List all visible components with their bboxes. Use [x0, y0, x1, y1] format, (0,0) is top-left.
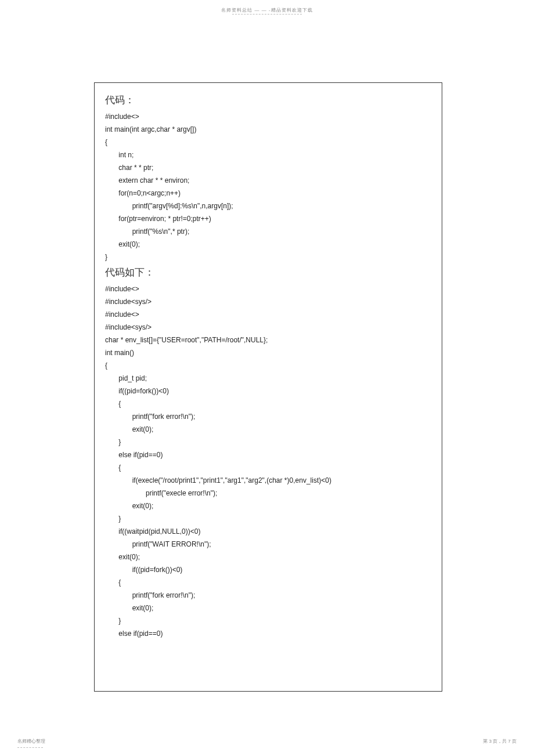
content-frame: 代码： #include<> int main(int argc,char * … — [94, 82, 442, 692]
section2-title: 代码如下： — [105, 266, 431, 279]
footer-right: 第 3 页，共 7 页 — [483, 738, 517, 744]
footer-left-underline — [17, 747, 43, 748]
page-header: 名师资料总结 — — -精品资料欢迎下载 — [0, 7, 534, 13]
section2-code: #include<> #include<sys/> #include<> #in… — [105, 283, 431, 640]
section1-title: 代码： — [105, 93, 431, 107]
section1-code: #include<> int main(int argc,char * argv… — [105, 110, 431, 263]
header-underline — [232, 14, 302, 15]
footer-left: 名师精心整理 — [17, 738, 45, 744]
